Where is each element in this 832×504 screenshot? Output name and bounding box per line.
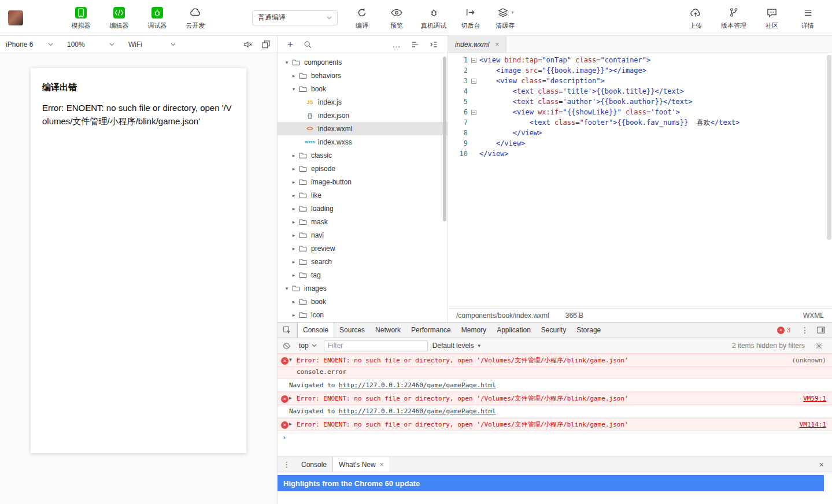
chevron-right-icon[interactable]: ▸	[290, 73, 297, 79]
tree-file-index.wxml[interactable]: <>index.wxml	[278, 122, 448, 135]
close-drawer-icon[interactable]: ×	[811, 460, 832, 469]
chevron-down-icon[interactable]: ▾	[283, 60, 290, 65]
navigation-url-link[interactable]: http://127.0.0.1:22460/game/gamePage.htm…	[339, 407, 496, 415]
devtools-tab-sources[interactable]: Sources	[334, 323, 370, 338]
tree-folder-behaviors[interactable]: ▸behaviors	[278, 69, 448, 82]
log-levels-dropdown[interactable]: Default levels ▼	[432, 342, 482, 350]
tree-file-index.js[interactable]: JSindex.js	[278, 95, 448, 109]
console-filter-input[interactable]	[324, 340, 428, 351]
editor-tab-index-wxml[interactable]: index.wxml ×	[448, 36, 506, 53]
tree-folder-loading[interactable]: ▸loading	[278, 202, 448, 215]
error-badge-icon[interactable]: ×	[777, 327, 785, 334]
upload-button[interactable]: 上传	[681, 6, 711, 30]
chevron-down-icon[interactable]: ▾	[283, 286, 290, 291]
close-icon[interactable]: ×	[495, 40, 499, 49]
source-link[interactable]: VM114:1	[800, 420, 826, 429]
chevron-right-icon[interactable]: ▸	[290, 312, 297, 318]
add-file-icon[interactable]: +	[282, 39, 298, 50]
dock-side-icon[interactable]	[815, 327, 827, 333]
chevron-down-icon[interactable]: ▾	[511, 10, 513, 15]
tree-folder-components[interactable]: ▾components	[278, 55, 448, 69]
chevron-right-icon[interactable]: ▸	[290, 259, 297, 265]
more-options-icon[interactable]: …	[387, 39, 406, 49]
tree-folder-search[interactable]: ▸search	[278, 255, 448, 268]
debugger-button[interactable]: 调试器	[142, 6, 172, 30]
tree-folder-book[interactable]: ▾book	[278, 82, 448, 95]
chevron-right-icon[interactable]: ▸	[290, 299, 297, 305]
console-settings-icon[interactable]	[809, 342, 829, 350]
fold-toggle-icon[interactable]: −	[471, 58, 476, 63]
close-icon[interactable]: ×	[380, 461, 384, 469]
tree-folder-episode[interactable]: ▸episode	[278, 162, 448, 175]
tree-folder-preview[interactable]: ▸preview	[278, 242, 448, 255]
chevron-right-icon[interactable]: ▸	[290, 246, 297, 251]
chevron-right-icon[interactable]: ▸	[290, 219, 297, 225]
mute-icon[interactable]	[239, 40, 257, 49]
clear-cache-button[interactable]: ▾清缓存	[490, 6, 520, 30]
fold-toggle-icon[interactable]: −	[471, 79, 476, 84]
tree-folder-images[interactable]: ▾images	[278, 281, 448, 295]
inspect-element-icon[interactable]	[278, 323, 297, 338]
simulator-button[interactable]: 模拟器	[66, 6, 96, 30]
tree-folder-image-button[interactable]: ▸image-button	[278, 175, 448, 188]
drawer-tab-what-s-new[interactable]: What's New×	[332, 457, 390, 472]
devtools-tab-storage[interactable]: Storage	[571, 323, 606, 338]
devtools-menu-icon[interactable]: ⋮	[797, 325, 812, 335]
triangle-down-icon[interactable]: ▼	[289, 356, 297, 362]
compile-mode-dropdown[interactable]: 普通编译	[252, 10, 338, 25]
chevron-right-icon[interactable]: ▸	[290, 232, 297, 238]
editor-scrollbar[interactable]	[827, 55, 831, 240]
devtools-tab-application[interactable]: Application	[491, 323, 536, 338]
drawer-tab-console[interactable]: Console	[295, 457, 332, 472]
details-button[interactable]: 详情	[793, 6, 823, 30]
tree-folder-icon[interactable]: ▸icon	[278, 308, 448, 321]
devtools-tab-memory[interactable]: Memory	[456, 323, 491, 338]
background-button[interactable]: 切后台	[456, 6, 486, 30]
cloud-dev-button[interactable]: 云开发	[180, 6, 210, 30]
search-files-icon[interactable]	[298, 40, 317, 49]
tree-scrollbar[interactable]	[443, 57, 446, 221]
tree-folder-navi[interactable]: ▸navi	[278, 228, 448, 242]
compile-button[interactable]: 编译	[347, 6, 377, 30]
chevron-right-icon[interactable]: ▸	[290, 166, 297, 172]
devtools-tab-security[interactable]: Security	[536, 323, 571, 338]
tree-file-index.json[interactable]: {}index.json	[278, 109, 448, 122]
chevron-down-icon[interactable]: ▾	[290, 86, 297, 92]
collapse-all-icon[interactable]	[424, 41, 443, 48]
console-prompt[interactable]: ›	[278, 431, 832, 444]
tree-folder-mask[interactable]: ▸mask	[278, 215, 448, 228]
chevron-right-icon[interactable]: ▸	[290, 179, 297, 185]
fold-toggle-icon[interactable]: −	[471, 110, 476, 115]
chevron-right-icon[interactable]: ▸	[290, 153, 297, 158]
preview-button[interactable]: 预览	[382, 6, 412, 30]
clear-console-icon[interactable]	[281, 342, 292, 350]
navigation-url-link[interactable]: http://127.0.0.1:22460/game/gamePage.htm…	[339, 381, 496, 389]
drawer-menu-icon[interactable]: ⋮	[278, 460, 295, 469]
version-button[interactable]: 版本管理	[716, 6, 751, 30]
network-dropdown[interactable]: WiFi	[123, 36, 184, 53]
sort-files-icon[interactable]	[406, 41, 424, 48]
devtools-tab-console[interactable]: Console	[297, 323, 334, 338]
tree-folder-classic[interactable]: ▸classic	[278, 149, 448, 162]
editor-button[interactable]: 编辑器	[104, 6, 134, 30]
code-content[interactable]: 1−<view bind:tap="onTap" class="containe…	[448, 53, 832, 308]
tree-file-index.wxss[interactable]: wxssindex.wxss	[278, 135, 448, 149]
user-avatar[interactable]	[8, 10, 23, 25]
triangle-right-icon[interactable]: ▶	[289, 394, 297, 401]
tree-folder-like[interactable]: ▸like	[278, 188, 448, 202]
community-button[interactable]: 社区	[757, 6, 787, 30]
tree-folder-tag[interactable]: ▸tag	[278, 268, 448, 281]
triangle-right-icon[interactable]: ▶	[289, 420, 297, 427]
tree-folder-book[interactable]: ▸book	[278, 295, 448, 308]
devtools-tab-network[interactable]: Network	[370, 323, 406, 338]
device-model-dropdown[interactable]: iPhone 6	[0, 36, 61, 53]
multi-window-icon[interactable]	[257, 40, 275, 49]
source-link[interactable]: VM59:1	[803, 394, 826, 403]
execution-context-dropdown[interactable]: top	[297, 342, 319, 350]
chevron-right-icon[interactable]: ▸	[290, 206, 297, 212]
devtools-tab-performance[interactable]: Performance	[406, 323, 456, 338]
chevron-right-icon[interactable]: ▸	[290, 272, 297, 278]
zoom-dropdown[interactable]: 100%	[61, 36, 123, 53]
chevron-right-icon[interactable]: ▸	[290, 192, 297, 198]
device-debug-button[interactable]: 真机调试	[416, 6, 451, 30]
